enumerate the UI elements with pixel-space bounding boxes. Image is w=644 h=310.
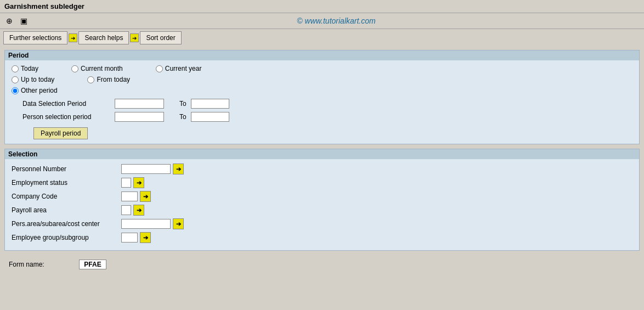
data-selection-to-input[interactable] [191, 99, 229, 109]
radio-current-year[interactable]: Current year [156, 65, 202, 72]
employee-group-arrow[interactable]: ➔ [140, 232, 151, 243]
period-radio-row-2: Up to today From today [12, 76, 632, 83]
form-name-label: Form name: [9, 261, 75, 268]
tabs-row: Further selections ➔ Search helps ➔ Sort… [0, 29, 644, 47]
tab-sort-order[interactable]: Sort order [140, 31, 181, 44]
payroll-area-label: Payroll area [12, 206, 121, 214]
employee-group-row: Employee group/subgroup ➔ [12, 232, 632, 243]
personnel-number-input[interactable] [121, 164, 171, 174]
personnel-number-arrow[interactable]: ➔ [173, 164, 184, 174]
radio-other-period[interactable]: Other period [12, 87, 632, 94]
radio-today[interactable]: Today [12, 65, 38, 72]
personnel-number-label: Personnel Number [12, 165, 121, 173]
period-radio-row-1: Today Current month Current year [12, 65, 632, 72]
title-bar: Garnishment subledger [0, 0, 644, 13]
pers-area-label: Pers.area/subarea/cost center [12, 220, 121, 228]
radio-current-month[interactable]: Current month [71, 65, 123, 72]
payroll-btn-row: Payroll period [12, 125, 632, 139]
radio-from-today[interactable]: From today [87, 76, 130, 83]
search-helps-label: Search helps [84, 34, 123, 42]
data-selection-from-input[interactable] [115, 99, 164, 109]
personnel-number-row: Personnel Number ➔ [12, 164, 632, 174]
period-radio-row-3: Other period [12, 87, 632, 94]
arrow-icon-1[interactable]: ➔ [69, 33, 77, 42]
period-header: Period [5, 50, 639, 60]
sort-order-label: Sort order [146, 34, 175, 42]
company-code-label: Company Code [12, 193, 121, 200]
radio-up-to-today[interactable]: Up to today [12, 76, 54, 83]
tab-further-selections[interactable]: Further selections [3, 31, 67, 44]
employment-status-input[interactable] [121, 178, 131, 188]
toolbar-icon-1[interactable]: ⊕ [3, 15, 15, 27]
selection-section: Selection Personnel Number ➔ Employment … [4, 149, 640, 251]
period-body: Today Current month Current year Up to t… [5, 60, 639, 144]
payroll-period-button[interactable]: Payroll period [33, 127, 88, 139]
payroll-area-input[interactable] [121, 205, 131, 215]
period-section: Period Today Current month Current year [4, 50, 640, 144]
employment-status-arrow[interactable]: ➔ [133, 177, 144, 188]
pers-area-row: Pers.area/subarea/cost center ➔ [12, 218, 632, 229]
further-selections-label: Further selections [9, 34, 61, 42]
person-selection-label: Person selection period [22, 113, 110, 121]
employment-status-label: Employment status [12, 179, 121, 187]
data-selection-to-label: To [179, 100, 187, 108]
toolbar: ⊕ ▣ © www.tutorialkart.com [0, 13, 644, 29]
person-selection-from-input[interactable] [115, 112, 164, 122]
data-selection-period-row: Data Selection Period To [12, 99, 632, 109]
radio-up-to-today-input[interactable] [12, 76, 19, 83]
form-name-row: Form name: PFAE [4, 255, 640, 274]
radio-other-period-input[interactable] [12, 87, 19, 94]
employment-status-row: Employment status ➔ [12, 177, 632, 188]
data-selection-label: Data Selection Period [22, 100, 110, 108]
pers-area-input[interactable] [121, 219, 171, 229]
radio-current-month-input[interactable] [71, 65, 78, 72]
payroll-area-row: Payroll area ➔ [12, 205, 632, 216]
radio-from-today-input[interactable] [87, 76, 94, 83]
app-title: Garnishment subledger [4, 2, 84, 10]
person-selection-to-input[interactable] [191, 112, 229, 122]
radio-current-year-input[interactable] [156, 65, 163, 72]
toolbar-icon-2[interactable]: ▣ [18, 15, 30, 27]
selection-body: Personnel Number ➔ Employment status ➔ C… [5, 159, 639, 250]
person-selection-period-row: Person selection period To [12, 112, 632, 122]
watermark: © www.tutorialkart.com [32, 16, 641, 25]
employee-group-label: Employee group/subgroup [12, 234, 121, 241]
employee-group-input[interactable] [121, 233, 138, 243]
arrow-icon-2[interactable]: ➔ [130, 33, 139, 42]
tab-search-helps[interactable]: Search helps [78, 31, 129, 44]
payroll-area-arrow[interactable]: ➔ [133, 205, 144, 216]
person-selection-to-label: To [179, 113, 187, 121]
main-content: Period Today Current month Current year [0, 47, 644, 277]
company-code-arrow[interactable]: ➔ [140, 191, 151, 202]
company-code-row: Company Code ➔ [12, 191, 632, 202]
pers-area-arrow[interactable]: ➔ [173, 218, 184, 229]
form-name-value: PFAE [79, 260, 106, 269]
company-code-input[interactable] [121, 191, 138, 201]
selection-header: Selection [5, 149, 639, 159]
radio-today-input[interactable] [12, 65, 19, 72]
